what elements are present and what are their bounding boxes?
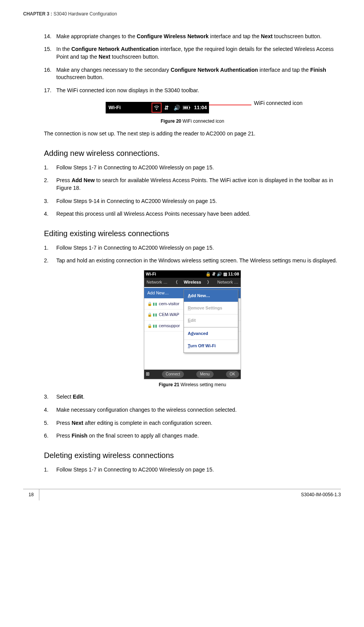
figure-20: Wi-Fi ⇵ 🔊 11:04 <box>106 102 209 113</box>
steps-edit-pre: 1. Follow Steps 1-7 in Connecting to AC2… <box>44 244 341 265</box>
svg-rect-3 <box>184 106 185 109</box>
soft-connect-button[interactable]: Connect <box>162 371 184 378</box>
step-number: 2. <box>44 177 49 184</box>
step-text: Select Edit. <box>56 394 84 400</box>
status-wifi-label: Wi-Fi <box>146 271 156 277</box>
step-text: Follow Steps 1-7 in Connecting to AC2000… <box>56 245 214 251</box>
step-text: In the Configure Network Authentication … <box>56 46 334 60</box>
svg-rect-4 <box>185 106 186 109</box>
step-16: 16. Make any changes necessary to the se… <box>44 66 341 81</box>
page-number: 18 <box>23 489 39 500</box>
svg-point-0 <box>156 109 157 110</box>
chapter-title: S3040 Hardware Configuration <box>52 11 117 17</box>
figure-21: Wi-Fi 🔒 ⇵ 🔊 ▥ 11:08 Network … 〈 Wireless… <box>44 270 341 379</box>
step-17: 17. The WiFi connected icon now displays… <box>44 87 341 95</box>
menu-item-advanced[interactable]: Advanced <box>184 327 238 340</box>
step-number: 1. <box>44 244 49 252</box>
svg-rect-5 <box>187 106 188 109</box>
step-14: 14. Make appropriate changes to the Conf… <box>44 33 341 41</box>
status-time: 11:08 <box>228 272 239 276</box>
step-number: 6. <box>44 432 49 440</box>
step-edit-2: 2. Tap and hold an existing connection i… <box>44 257 341 265</box>
wireless-settings-mock: Wi-Fi 🔒 ⇵ 🔊 ▥ 11:08 Network … 〈 Wireless… <box>144 270 241 379</box>
document-id: S3040-IM-0056-1.3 <box>296 489 341 500</box>
battery-icon <box>182 102 192 113</box>
menu-item-edit: Edit <box>184 314 238 327</box>
connection-complete-para: The connection is now set up. The next s… <box>44 130 341 138</box>
step-number: 14. <box>44 33 51 41</box>
soft-menu-button[interactable]: Menu <box>196 371 214 378</box>
signal-icon: ▮▮ <box>153 323 157 329</box>
annotation-leader <box>209 105 251 105</box>
figure-20-wrap: Wi-Fi ⇵ 🔊 11:04 WiFi connected icon <box>44 100 341 116</box>
step-text: Make appropriate changes to the Configur… <box>56 33 322 39</box>
step-number: 16. <box>44 66 51 74</box>
figure-20-caption: Figure 20 WiFi connected icon <box>44 118 341 125</box>
steps-main: 14. Make appropriate changes to the Conf… <box>44 33 341 95</box>
step-text: The WiFi connected icon now displays in … <box>56 87 199 93</box>
tab-wireless[interactable]: Wireless <box>184 279 201 285</box>
step-number: 17. <box>44 87 51 95</box>
wifi-connected-icon <box>152 103 162 113</box>
step-text: Follow Steps 1-7 in Connecting to AC2000… <box>56 164 214 171</box>
step-number: 2. <box>44 257 49 265</box>
toolbar-time: 11:04 <box>192 104 209 111</box>
step-del-1: 1. Follow Steps 1-7 in Connecting to AC2… <box>44 466 341 474</box>
tab-bar: Network … 〈 Wireless 〉 Network … <box>144 278 241 287</box>
soft-key-bar: ⊞ Connect Menu OK <box>144 370 241 379</box>
step-edit-4: 4. Make necessary configuration changes … <box>44 406 341 414</box>
step-15: 15. In the Configure Network Authenticat… <box>44 46 341 61</box>
step-number: 3. <box>44 393 49 401</box>
context-menu: Add New… Remove Settings Edit Advanced T… <box>184 289 238 353</box>
network-list: Add New… 🔒▮▮cem-visitor 🔒▮▮CEM-WAP 🔒▮▮ce… <box>144 287 241 370</box>
soft-ok-button[interactable]: OK <box>226 371 239 378</box>
svg-rect-2 <box>189 107 190 108</box>
chapter-label: CHAPTER 3 : <box>23 11 52 17</box>
step-add-2: 2. Press Add New to search for available… <box>44 177 341 192</box>
menu-item-add-new[interactable]: Add New… <box>184 290 238 302</box>
step-text: Make any changes necessary to the second… <box>56 67 326 81</box>
step-number: 1. <box>44 164 49 172</box>
tab-right[interactable]: Network … <box>217 279 238 285</box>
step-add-4: 4. Repeat this process until all Wireles… <box>44 210 341 218</box>
signal-icon: ▮▮ <box>153 301 157 307</box>
step-edit-3: 3. Select Edit. <box>44 393 341 401</box>
heading-add-connections: Adding new wireless connections. <box>44 148 341 159</box>
steps-edit-post: 3. Select Edit. 4. Make necessary config… <box>44 393 341 439</box>
windows-icon[interactable]: ⊞ <box>146 371 150 377</box>
step-text: Press Finish on the final screen to appl… <box>56 433 199 439</box>
status-icons: 🔒 ⇵ 🔊 ▥ 11:08 <box>206 271 239 277</box>
annotation-label: WiFi connected icon <box>254 100 302 107</box>
step-text: Tap and hold an existing connection in t… <box>56 257 337 264</box>
step-edit-1: 1. Follow Steps 1-7 in Connecting to AC2… <box>44 244 341 252</box>
lock-icon: 🔒 <box>147 302 152 306</box>
step-text: Follow Steps 1-7 in Connecting to AC2000… <box>56 466 214 473</box>
heading-delete-connections: Deleting existing wireless connections <box>44 450 341 461</box>
step-text: Press Add New to search for available Wi… <box>56 177 333 191</box>
step-number: 1. <box>44 466 49 474</box>
step-number: 15. <box>44 46 51 53</box>
step-add-3: 3. Follow Steps 9-14 in Connecting to AC… <box>44 198 341 205</box>
running-head: CHAPTER 3 : S3040 Hardware Configuration <box>23 11 341 17</box>
tab-left[interactable]: Network … <box>147 279 167 285</box>
page-footer: 18 S3040-IM-0056-1.3 <box>23 489 341 500</box>
status-bar: Wi-Fi 🔒 ⇵ 🔊 ▥ 11:08 <box>144 270 241 278</box>
step-text: Make necessary configuration changes to … <box>56 407 237 413</box>
lock-icon: 🔒 <box>147 324 152 328</box>
steps-delete: 1. Follow Steps 1-7 in Connecting to AC2… <box>44 466 341 474</box>
chevron-left-icon[interactable]: 〈 <box>172 279 179 285</box>
step-add-1: 1. Follow Steps 1-7 in Connecting to AC2… <box>44 164 341 172</box>
step-number: 5. <box>44 419 49 427</box>
step-number: 4. <box>44 210 49 218</box>
chevron-right-icon[interactable]: 〉 <box>206 279 213 285</box>
wifi-label: Wi-Fi <box>106 104 152 111</box>
menu-item-turn-off-wifi[interactable]: Turn Off Wi-Fi <box>184 340 238 352</box>
volume-icon: 🔊 <box>172 102 182 113</box>
wifi-toolbar: Wi-Fi ⇵ 🔊 11:04 <box>106 102 209 113</box>
heading-edit-connections: Editing existing wireless connections <box>44 228 341 239</box>
step-text: Repeat this process until all Wireless A… <box>56 211 251 217</box>
signal-icon: ▮▮ <box>153 312 157 318</box>
step-text: Follow Steps 9-14 in Connecting to AC200… <box>56 198 217 204</box>
menu-item-remove-settings: Remove Settings <box>184 302 238 314</box>
sync-icon: ⇵ <box>162 102 172 113</box>
